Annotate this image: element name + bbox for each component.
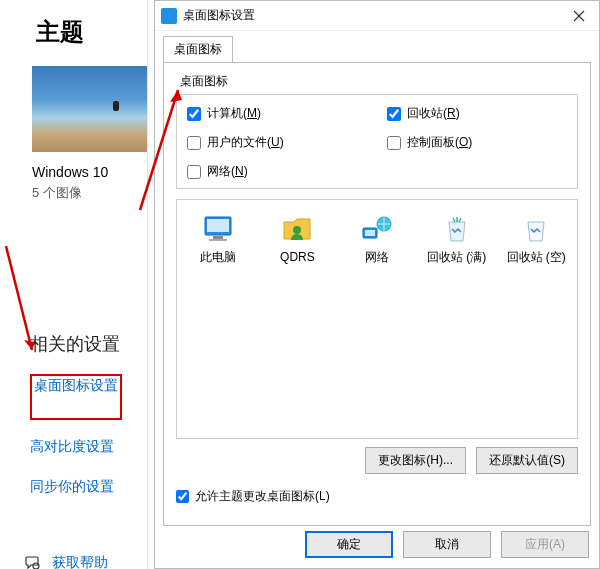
close-button[interactable] [559, 2, 599, 30]
svg-point-0 [33, 563, 39, 569]
group-label: 桌面图标 [180, 73, 578, 90]
link-desktop-icon-settings[interactable]: 桌面图标设置 [34, 377, 118, 395]
close-icon [573, 10, 585, 22]
svg-rect-5 [209, 239, 227, 241]
restore-defaults-button[interactable]: 还原默认值(S) [476, 447, 578, 474]
checkbox-control-panel[interactable]: 控制面板(O) [387, 134, 567, 151]
theme-name: Windows 10 [32, 164, 137, 180]
ok-button[interactable]: 确定 [305, 531, 393, 558]
settings-sidebar: 主题 Windows 10 5 个图像 相关的设置 桌面图标设置 高对比度设置 … [0, 0, 148, 569]
user-folder-icon [280, 214, 314, 244]
related-links: 桌面图标设置 高对比度设置 同步你的设置 [30, 374, 137, 496]
checkbox-control-panel-input[interactable] [387, 136, 401, 150]
icon-item-thispc[interactable]: 此电脑 [185, 214, 251, 264]
svg-rect-8 [365, 230, 375, 236]
allow-themes-label: 允许主题更改桌面图标(L) [195, 488, 330, 505]
checkbox-recycle-bin-input[interactable] [387, 107, 401, 121]
icon-preview-well: 此电脑 QDRS 网络 [176, 199, 578, 439]
desktop-icon-settings-dialog: 桌面图标设置 桌面图标 桌面图标 计算机(M) 回收站(R) 用户的文件(U) [154, 0, 600, 569]
tab-body: 桌面图标 计算机(M) 回收站(R) 用户的文件(U) 控制面板(O) [163, 62, 591, 526]
icon-label-recycle-full: 回收站 (满) [427, 250, 486, 264]
icon-item-user[interactable]: QDRS [265, 214, 331, 264]
icon-item-recycle-empty[interactable]: 回收站 (空) [503, 214, 569, 264]
recycle-empty-icon [519, 214, 553, 244]
recycle-full-icon [440, 214, 474, 244]
icon-label-network: 网络 [365, 250, 389, 264]
chat-icon [24, 554, 42, 569]
checkbox-user-files[interactable]: 用户的文件(U) [187, 134, 367, 151]
icon-item-network[interactable]: 网络 [344, 214, 410, 264]
page-title: 主题 [36, 16, 137, 48]
icon-label-user: QDRS [280, 250, 315, 264]
checkbox-network-input[interactable] [187, 165, 201, 179]
checkbox-user-files-input[interactable] [187, 136, 201, 150]
checkbox-recycle-bin[interactable]: 回收站(R) [387, 105, 567, 122]
checkbox-network[interactable]: 网络(N) [187, 163, 367, 180]
tabstrip: 桌面图标 [155, 31, 599, 62]
dialog-title: 桌面图标设置 [183, 7, 255, 24]
allow-themes-checkbox[interactable]: 允许主题更改桌面图标(L) [176, 488, 578, 505]
checkbox-computer-input[interactable] [187, 107, 201, 121]
checkbox-group: 计算机(M) 回收站(R) 用户的文件(U) 控制面板(O) 网络(N) [176, 94, 578, 189]
svg-rect-4 [213, 236, 223, 239]
checkbox-computer[interactable]: 计算机(M) [187, 105, 367, 122]
related-settings-header: 相关的设置 [30, 332, 137, 356]
app-icon [161, 8, 177, 24]
icon-label-thispc: 此电脑 [200, 250, 236, 264]
svg-point-6 [293, 226, 301, 234]
get-help-label: 获取帮助 [52, 554, 108, 569]
tab-desktop-icons[interactable]: 桌面图标 [163, 36, 233, 63]
allow-themes-checkbox-input[interactable] [176, 490, 189, 503]
dialog-titlebar: 桌面图标设置 [155, 1, 599, 31]
network-icon [360, 214, 394, 244]
change-icon-button[interactable]: 更改图标(H)... [365, 447, 466, 474]
link-high-contrast-settings[interactable]: 高对比度设置 [30, 438, 137, 456]
icon-label-recycle-empty: 回收站 (空) [507, 250, 566, 264]
svg-rect-3 [207, 219, 229, 232]
theme-thumbnail[interactable] [32, 66, 147, 152]
thispc-icon [201, 214, 235, 244]
link-highlight: 桌面图标设置 [30, 374, 122, 420]
dialog-button-bar: 确定 取消 应用(A) [305, 531, 589, 558]
get-help-link[interactable]: 获取帮助 [24, 554, 137, 569]
apply-button: 应用(A) [501, 531, 589, 558]
theme-image-count: 5 个图像 [32, 184, 137, 202]
cancel-button[interactable]: 取消 [403, 531, 491, 558]
icon-item-recycle-full[interactable]: 回收站 (满) [424, 214, 490, 264]
link-sync-settings[interactable]: 同步你的设置 [30, 478, 137, 496]
